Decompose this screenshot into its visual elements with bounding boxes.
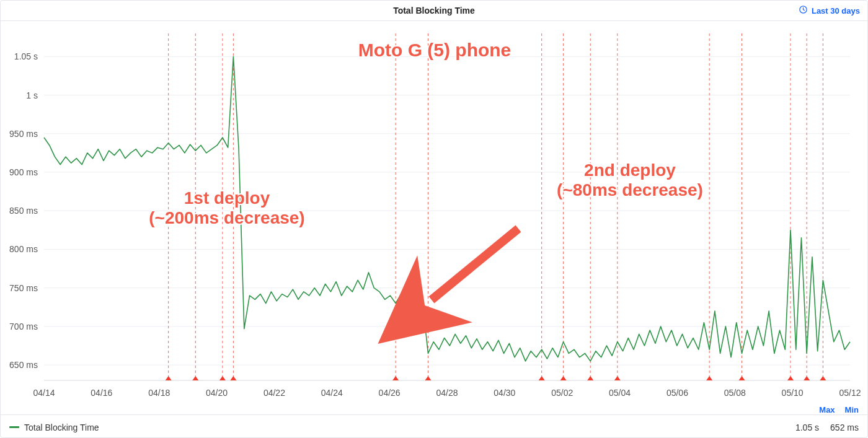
legend-label: Total Blocking Time xyxy=(24,423,99,432)
svg-text:04/14: 04/14 xyxy=(33,388,55,398)
svg-text:1.05 s: 1.05 s xyxy=(14,51,38,61)
svg-text:04/24: 04/24 xyxy=(321,388,343,398)
svg-text:05/04: 05/04 xyxy=(609,388,631,398)
chart-area[interactable]: 650 ms700 ms750 ms800 ms850 ms900 ms950 … xyxy=(1,21,867,414)
min-max-labels: Max Min xyxy=(819,380,859,414)
svg-text:04/16: 04/16 xyxy=(91,388,112,398)
svg-text:04/18: 04/18 xyxy=(148,388,170,398)
panel-title: Total Blocking Time xyxy=(393,6,475,15)
svg-text:950 ms: 950 ms xyxy=(9,129,38,139)
svg-text:1 s: 1 s xyxy=(26,90,38,100)
svg-text:05/10: 05/10 xyxy=(782,388,804,398)
panel-footer: Total Blocking Time 1.05 s 652 ms xyxy=(1,414,867,438)
svg-text:05/06: 05/06 xyxy=(666,388,688,398)
svg-text:650 ms: 650 ms xyxy=(9,360,38,370)
svg-text:04/30: 04/30 xyxy=(494,388,515,398)
svg-text:05/02: 05/02 xyxy=(551,388,573,398)
min-label[interactable]: Min xyxy=(845,405,859,414)
svg-text:04/22: 04/22 xyxy=(264,388,285,398)
svg-text:04/28: 04/28 xyxy=(436,388,458,398)
svg-text:05/08: 05/08 xyxy=(724,388,746,398)
panel-header: Total Blocking Time Last 30 days xyxy=(1,1,867,21)
svg-text:850 ms: 850 ms xyxy=(9,206,38,216)
svg-text:04/26: 04/26 xyxy=(379,388,401,398)
svg-text:04/20: 04/20 xyxy=(206,388,228,398)
time-range-label: Last 30 days xyxy=(812,6,860,15)
legend-swatch xyxy=(9,426,19,428)
monitoring-panel: Total Blocking Time Last 30 days 650 ms7… xyxy=(0,0,868,438)
time-range-picker[interactable]: Last 30 days xyxy=(799,1,860,20)
svg-text:750 ms: 750 ms xyxy=(9,283,38,293)
svg-text:900 ms: 900 ms xyxy=(9,167,38,177)
line-chart: 650 ms700 ms750 ms800 ms850 ms900 ms950 … xyxy=(1,21,868,414)
svg-text:700 ms: 700 ms xyxy=(9,322,38,331)
clock-icon xyxy=(799,5,808,16)
max-value: 1.05 s xyxy=(795,423,819,432)
min-value: 652 ms xyxy=(830,423,859,432)
legend-item[interactable]: Total Blocking Time xyxy=(9,423,99,432)
max-label[interactable]: Max xyxy=(819,405,835,414)
svg-text:800 ms: 800 ms xyxy=(9,244,38,254)
